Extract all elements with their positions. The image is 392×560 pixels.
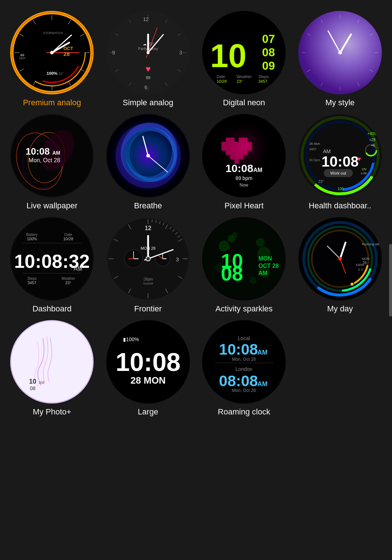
svg-text:Steps: Steps — [27, 277, 37, 281]
watch-face-frontier: 12 3 MON 28 :30pm — [106, 217, 190, 301]
svg-text:100%: 100% — [47, 71, 58, 75]
svg-text:28: 28 — [64, 51, 70, 57]
svg-text:89: 89 — [146, 75, 150, 80]
watch-face-large: ▮100% 10:08 28 MON — [106, 320, 190, 404]
watch-face-breathe — [106, 114, 190, 197]
watch-face-pixel-heart: 10:08AM 89 bpm Now — [202, 114, 286, 197]
svg-text:10: 10 — [210, 38, 246, 74]
watch-face-premium-analog: OCT 28 89 bpm 100% STOPWATCH 23° — [10, 11, 94, 94]
svg-text:+405: +405 — [367, 131, 376, 136]
svg-text:AM: AM — [257, 380, 268, 388]
watch-face-live-wallpaper: 10:08 AM Mon, Oct 28 — [10, 114, 94, 197]
svg-text:12: 12 — [143, 16, 149, 22]
watch-item-simple-analog[interactable]: 12 3 6 9 ☁ 23° Partly sunny ♥ 89 Simpl — [103, 11, 193, 107]
svg-text:Low: Low — [361, 171, 367, 175]
watch-item-frontier[interactable]: 12 3 MON 28 :30pm — [103, 217, 193, 314]
watch-label-large: Large — [138, 407, 158, 417]
svg-text:AM: AM — [257, 349, 268, 356]
watch-item-roaming-clock[interactable]: Local 10:08 AM Mon, Oct 28 London 08:08 … — [199, 320, 289, 417]
svg-line-77 — [321, 20, 323, 23]
svg-text:12: 12 — [145, 225, 151, 231]
svg-text:Battery: Battery — [26, 233, 38, 237]
watch-item-large[interactable]: ▮100% 10:08 28 MON Large — [103, 320, 193, 417]
svg-text:+6: +6 — [371, 143, 375, 147]
svg-text:Work out: Work out — [330, 171, 346, 175]
svg-text:10:08: 10:08 — [322, 154, 359, 169]
svg-line-68 — [370, 34, 373, 36]
svg-text:89 bpm: 89 bpm — [236, 175, 253, 181]
svg-text:Mon, Oct 28: Mon, Oct 28 — [232, 357, 256, 362]
svg-text:9: 9 — [112, 50, 115, 56]
watch-item-health-dashboard[interactable]: +405 +28 +6 3457 AM 80 bpm 10:08 Work ou… — [295, 114, 385, 210]
svg-text:23°: 23° — [237, 79, 243, 83]
svg-text:08: 08 — [221, 262, 243, 285]
watch-item-pixel-heart[interactable]: 10:08AM 89 bpm Now Pixel Heart — [199, 114, 289, 210]
watch-item-breathe[interactable]: Breathe — [103, 114, 193, 210]
svg-point-16 — [50, 51, 54, 54]
svg-text:23°: 23° — [318, 180, 324, 184]
svg-text::30pm: :30pm — [143, 277, 153, 281]
watch-face-digital-neon: 10 07 08 09 Date 10/28 Weather 23° Steps… — [202, 11, 286, 94]
svg-line-70 — [370, 70, 373, 72]
svg-text:OCT 28: OCT 28 — [258, 263, 279, 269]
svg-text:♥: ♥ — [146, 64, 151, 74]
watch-label-simple-analog: Simple analog — [123, 98, 173, 107]
svg-text:Steps: Steps — [258, 74, 269, 79]
svg-text:3457: 3457 — [309, 147, 317, 151]
svg-text:♥: ♥ — [357, 155, 361, 163]
svg-text:08: 08 — [30, 385, 36, 391]
watch-face-roaming-clock: Local 10:08 AM Mon, Oct 28 London 08:08 … — [202, 320, 286, 404]
svg-text:AM: AM — [39, 381, 44, 385]
watch-face-grid: OCT 28 89 bpm 100% STOPWATCH 23° Premium… — [0, 0, 392, 428]
svg-point-197 — [203, 218, 285, 299]
svg-point-229 — [11, 321, 93, 402]
svg-text:3457: 3457 — [28, 281, 36, 285]
svg-line-64 — [328, 31, 340, 53]
watch-item-digital-neon[interactable]: 10 07 08 09 Date 10/28 Weather 23° Steps… — [199, 11, 289, 107]
svg-text:MON: MON — [258, 256, 272, 262]
watch-face-activity-sparkles: 10 08 MON OCT 28 AM — [202, 217, 286, 301]
svg-text:E   F: E F — [358, 268, 364, 271]
svg-text:100%: 100% — [27, 237, 37, 241]
watch-label-digital-neon: Digital neon — [223, 98, 265, 107]
watch-label-my-style: My style — [325, 98, 355, 107]
svg-text:Mon, Oct 28: Mon, Oct 28 — [29, 157, 60, 163]
svg-point-65 — [338, 51, 342, 54]
svg-text:Running with Mike: Running with Mike — [362, 242, 382, 246]
watch-item-premium-analog[interactable]: OCT 28 89 bpm 100% STOPWATCH 23° Premium… — [7, 11, 97, 107]
watch-label-roaming-clock: Roaming clock — [218, 407, 270, 417]
watch-label-pixel-heart: Pixel Heart — [224, 201, 264, 210]
watch-item-my-style[interactable]: My style — [295, 11, 385, 107]
svg-text:10/28: 10/28 — [63, 237, 73, 241]
svg-line-67 — [357, 20, 359, 23]
svg-text:80 bpm: 80 bpm — [309, 158, 320, 162]
watch-label-dashboard: Dashboard — [32, 304, 72, 314]
scrollbar[interactable] — [389, 244, 392, 316]
watch-item-activity-sparkles[interactable]: 10 08 MON OCT 28 AM Activity sparkles — [199, 217, 289, 314]
svg-text:Weather: Weather — [61, 277, 75, 281]
svg-line-71 — [357, 82, 359, 86]
svg-point-48 — [147, 51, 150, 54]
svg-text:23°: 23° — [59, 72, 64, 75]
svg-text:08: 08 — [262, 46, 275, 59]
watch-item-live-wallpaper[interactable]: 10:08 AM Mon, Oct 28 Live wallpaper — [7, 114, 97, 210]
svg-text:3: 3 — [179, 50, 182, 56]
watch-face-simple-analog: 12 3 6 9 ☁ 23° Partly sunny ♥ 89 — [106, 11, 190, 94]
svg-text:10: 10 — [29, 378, 36, 385]
watch-label-premium-analog: Premium analog — [23, 98, 81, 107]
watch-label-health-dashboard: Health dashboar.. — [309, 201, 371, 210]
svg-text:100: 100 — [338, 187, 344, 191]
watch-item-my-photo[interactable]: 10 08 AM My Photo+ — [7, 320, 97, 417]
watch-item-dashboard[interactable]: Battery 100% Date 10/28 10:08:32 AM Step… — [7, 217, 97, 314]
svg-line-162 — [152, 220, 152, 222]
svg-line-63 — [340, 34, 351, 53]
svg-text:Mon, Oct 28: Mon, Oct 28 — [232, 388, 256, 393]
watch-item-my-day[interactable]: Running with Mike 100% E F MON 28 My day — [295, 217, 385, 314]
svg-point-206 — [232, 232, 238, 238]
svg-text:Date: Date — [217, 74, 225, 79]
watch-label-my-day: My day — [327, 304, 353, 314]
svg-text:AM: AM — [258, 270, 268, 276]
svg-text:09: 09 — [262, 59, 275, 72]
watch-face-my-photo: 10 08 AM — [10, 320, 94, 404]
watch-label-activity-sparkles: Activity sparkles — [215, 304, 273, 314]
